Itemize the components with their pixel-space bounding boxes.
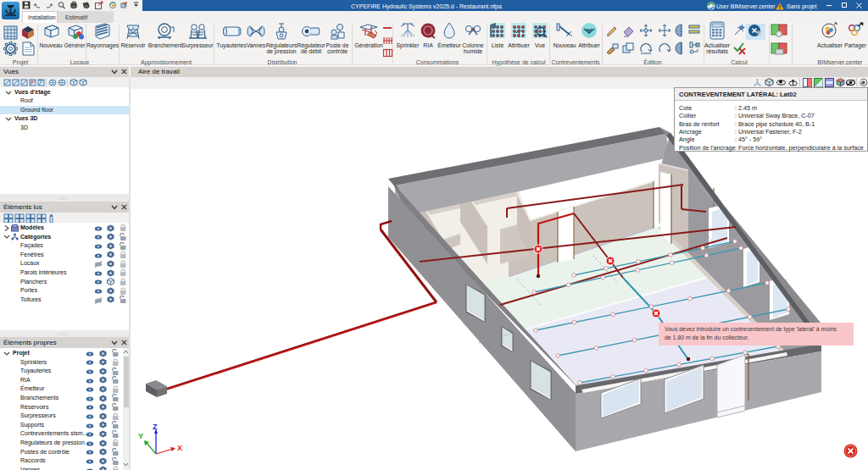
svg-text:Y: Y — [138, 432, 143, 440]
svg-text:Z: Z — [153, 423, 158, 431]
svg-text:X: X — [177, 444, 182, 452]
